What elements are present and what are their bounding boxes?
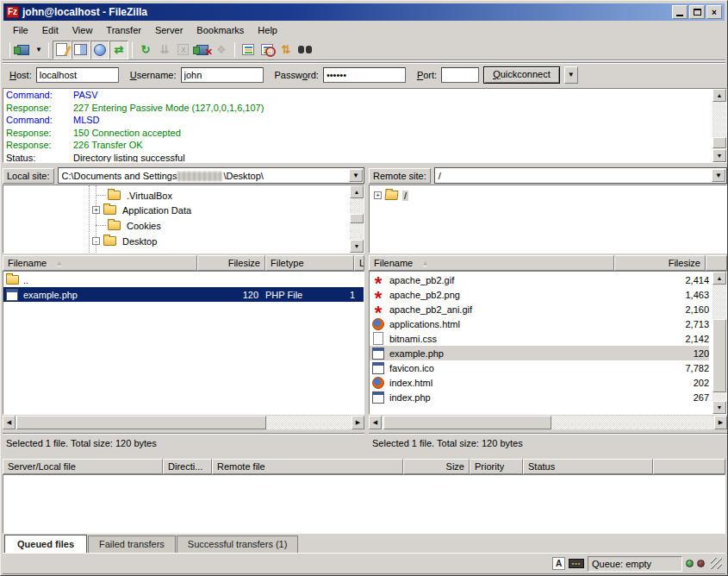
scroll-thumb[interactable] (383, 416, 551, 429)
image-file-icon (371, 289, 385, 301)
file-row-example-php[interactable]: example.php 120 PHP File 1 (3, 287, 364, 302)
scroll-left-icon[interactable]: ◀ (369, 416, 382, 429)
scroll-left-icon[interactable]: ◀ (3, 416, 16, 429)
scroll-right-icon[interactable]: ▶ (352, 416, 364, 429)
toggle-remote-tree-button[interactable] (90, 41, 109, 59)
resize-grip[interactable] (711, 558, 722, 569)
file-row[interactable]: apache_pb2.gif 2,414 (370, 272, 709, 287)
php-file-icon (371, 347, 385, 360)
maximize-button[interactable] (689, 5, 705, 19)
scroll-up-icon[interactable]: ▲ (350, 185, 364, 198)
tree-item-virtualbox[interactable]: .VirtualBox (92, 188, 174, 203)
port-input[interactable] (441, 67, 479, 83)
file-row[interactable]: favicon.ico 7,782 (370, 360, 709, 375)
local-tree-icon (74, 44, 87, 55)
tab-queued-files[interactable]: Queued files (4, 535, 87, 554)
file-row[interactable]: apache_pb2_ani.gif 2,160 (370, 302, 709, 316)
remote-list-scrollbar[interactable]: ▲ ▼ (712, 272, 726, 414)
column-status[interactable]: Status (523, 459, 653, 474)
filter-button[interactable] (239, 41, 258, 59)
file-row-selected[interactable]: example.php 120 (370, 346, 709, 360)
username-input[interactable] (181, 67, 264, 83)
column-filetype[interactable]: Filetype (265, 255, 354, 271)
column-filename[interactable]: Filename▲ (3, 255, 197, 271)
reconnect-button[interactable]: ❖ (212, 41, 231, 59)
column-priority[interactable]: Priority (470, 459, 523, 474)
refresh-button[interactable]: ↻ (136, 41, 155, 59)
scroll-right-icon[interactable]: ▶ (714, 416, 727, 429)
folder-icon (5, 274, 19, 286)
file-row-parent[interactable]: .. (3, 272, 364, 287)
encryption-indicator-icon: ▪▪▪ (569, 559, 584, 568)
find-files-button[interactable] (296, 41, 314, 59)
menu-bookmarks[interactable]: Bookmarks (190, 23, 251, 37)
scroll-up-icon[interactable]: ▲ (712, 89, 726, 102)
column-filename[interactable]: Filename▲ (369, 255, 614, 271)
column-filesize[interactable]: Filesize (614, 255, 706, 271)
directory-comparison-button[interactable] (258, 41, 277, 59)
file-row[interactable]: apache_pb2.png 1,463 (370, 287, 709, 302)
expand-icon[interactable]: + (92, 206, 100, 214)
menu-edit[interactable]: Edit (35, 23, 65, 37)
remote-site-combobox[interactable]: / ▼ (434, 167, 727, 184)
chevron-down-icon[interactable]: ▼ (349, 169, 363, 182)
menu-file[interactable]: File (6, 23, 35, 37)
collapse-icon[interactable]: - (92, 237, 100, 245)
file-row[interactable]: index.html 202 (370, 375, 709, 390)
process-queue-button[interactable]: ⇊ (155, 41, 174, 59)
tab-successful-transfers[interactable]: Successful transfers (1) (177, 535, 299, 553)
minimize-button[interactable] (672, 5, 688, 19)
column-server-local-file[interactable]: Server/Local file (3, 459, 163, 474)
chevron-down-icon[interactable]: ▼ (712, 169, 725, 182)
expand-icon[interactable]: + (374, 191, 382, 199)
site-manager-dropdown-icon[interactable]: ▼ (33, 46, 45, 53)
remote-list-hscrollbar[interactable]: ◀ ▶ (369, 416, 727, 429)
data-type-indicator-icon: A (552, 557, 565, 570)
column-filesize[interactable]: Filesize (197, 255, 265, 271)
tab-failed-transfers[interactable]: Failed transfers (88, 535, 176, 553)
reconnect-icon: ❖ (216, 43, 227, 56)
scroll-thumb[interactable] (350, 214, 364, 223)
host-input[interactable] (36, 67, 119, 83)
scroll-down-icon[interactable]: ▼ (350, 240, 364, 253)
close-button[interactable]: × (706, 5, 722, 19)
tree-item-cookies[interactable]: Cookies (92, 218, 163, 233)
site-manager-button[interactable] (14, 41, 33, 59)
column-remote-file[interactable]: Remote file (212, 459, 403, 474)
file-row[interactable]: bitnami.css 2,142 (370, 331, 709, 346)
menu-transfer[interactable]: Transfer (99, 23, 148, 37)
toggle-message-log-button[interactable] (53, 41, 72, 59)
tree-item-root[interactable]: + / (374, 188, 408, 203)
tree-item-desktop[interactable]: - Desktop (92, 234, 159, 248)
file-row[interactable]: index.php 267 (370, 390, 709, 404)
synchronized-browsing-button[interactable]: ⇅ (277, 41, 296, 59)
scroll-up-icon[interactable]: ▲ (712, 272, 726, 285)
local-tree-scrollbar[interactable]: ▲ ▼ (350, 185, 364, 253)
cancel-operation-button[interactable]: x (174, 41, 193, 59)
menu-view[interactable]: View (65, 23, 100, 37)
tree-item-application-data[interactable]: + Application Data (92, 203, 193, 217)
quickconnect-button[interactable]: Quickconnect (483, 66, 560, 84)
column-direction[interactable]: Directi... (163, 459, 212, 474)
log-scrollbar[interactable]: ▲ ▼ (712, 89, 726, 162)
toggle-local-tree-button[interactable] (72, 41, 90, 59)
scroll-thumb[interactable] (16, 416, 266, 429)
scroll-thumb[interactable] (712, 137, 726, 148)
quickconnect-dropdown-icon[interactable]: ▼ (564, 66, 578, 84)
scroll-down-icon[interactable]: ▼ (712, 401, 726, 414)
scroll-thumb[interactable] (712, 319, 726, 392)
scroll-down-icon[interactable]: ▼ (712, 149, 726, 162)
toggle-transfer-queue-button[interactable]: ⇄ (109, 41, 128, 59)
password-input[interactable] (323, 67, 406, 83)
username-label: Username: (130, 70, 177, 80)
column-size[interactable]: Size (403, 459, 470, 474)
local-list-hscrollbar[interactable]: ◀ ▶ (3, 416, 364, 429)
file-row[interactable]: applications.html 2,713 (370, 316, 709, 331)
local-site-combobox[interactable]: C:\Documents and Settings\Desktop\ ▼ (58, 167, 364, 184)
menu-help[interactable]: Help (251, 23, 284, 37)
column-lastmodified[interactable]: L (354, 255, 364, 271)
disconnect-button[interactable] (193, 41, 212, 59)
menu-server[interactable]: Server (148, 23, 190, 37)
quickconnect-bar: Host: Username: Password: Port: Quickcon… (3, 62, 725, 86)
tree-item-label: Application Data (121, 205, 193, 216)
